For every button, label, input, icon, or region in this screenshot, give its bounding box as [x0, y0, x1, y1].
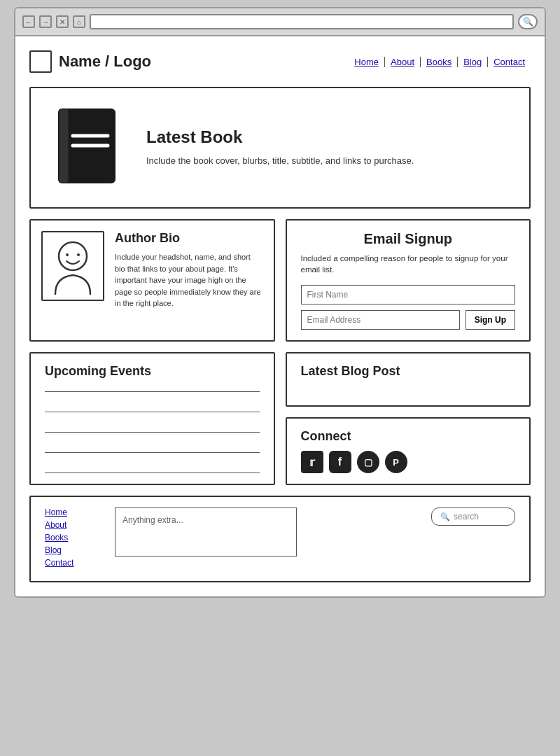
pinterest-icon[interactable]: P	[385, 451, 407, 473]
svg-rect-1	[59, 109, 69, 183]
svg-point-6	[77, 253, 80, 256]
signup-button[interactable]: Sign Up	[465, 310, 515, 330]
page-content: Name / Logo Home About Books Blog Contac…	[15, 36, 545, 596]
email-signup-box: Email Signup Included a compelling reaso…	[286, 219, 531, 342]
footer-nav-contact[interactable]: Contact	[45, 558, 101, 568]
browser-toolbar: ← → ✕ ⌂ 🔍	[15, 8, 545, 36]
footer-extra-box: Anything extra...	[115, 507, 297, 556]
home-button[interactable]: ⌂	[73, 15, 85, 28]
author-bio-text: Author Bio Include your headshot, name, …	[115, 231, 263, 330]
footer-nav-about[interactable]: About	[45, 520, 101, 530]
footer-nav-books[interactable]: Books	[45, 533, 101, 542]
hero-description: Include the book cover, blurbs, title, s…	[146, 154, 414, 168]
social-icons: 𝕣 f ▢ P	[301, 451, 516, 473]
instagram-icon[interactable]: ▢	[357, 451, 379, 473]
middle-row: Author Bio Include your headshot, name, …	[29, 219, 531, 342]
author-photo	[41, 231, 104, 301]
email-input[interactable]	[301, 310, 460, 330]
email-row: Sign Up	[301, 310, 516, 330]
site-header: Name / Logo Home About Books Blog Contac…	[29, 50, 531, 73]
footer-search-area: 🔍 search	[431, 507, 515, 526]
blog-title: Latest Blog Post	[301, 364, 516, 379]
footer-search-icon: 🔍	[440, 512, 450, 522]
first-name-input[interactable]	[301, 285, 516, 304]
forward-button[interactable]: →	[39, 15, 52, 28]
footer-nav-blog[interactable]: Blog	[45, 545, 101, 555]
event-line-4	[45, 452, 260, 453]
footer-search-placeholder: search	[454, 512, 479, 522]
book-icon	[48, 102, 125, 193]
author-bio-box: Author Bio Include your headshot, name, …	[29, 219, 275, 342]
bottom-row: Upcoming Events Latest Blog Post Connect…	[29, 352, 531, 485]
logo-text: Name / Logo	[59, 52, 151, 71]
nav-contact[interactable]: Contact	[488, 57, 531, 67]
twitter-icon[interactable]: 𝕣	[301, 451, 323, 473]
hero-section: Latest Book Include the book cover, blur…	[29, 87, 531, 209]
author-bio-description: Include your headshot, name, and short b…	[115, 251, 263, 309]
blog-connect-col: Latest Blog Post Connect 𝕣 f ▢ P	[286, 352, 531, 485]
blog-box: Latest Blog Post	[286, 352, 531, 407]
site-footer: Home About Books Blog Contact Anything e…	[29, 496, 531, 582]
back-button[interactable]: ←	[22, 15, 35, 28]
events-title: Upcoming Events	[45, 364, 260, 379]
event-line-3	[45, 432, 260, 433]
footer-search-bar[interactable]: 🔍 search	[431, 507, 515, 526]
connect-title: Connect	[301, 429, 516, 444]
nav-home[interactable]: Home	[349, 57, 385, 67]
logo-box	[29, 50, 52, 73]
email-signup-description: Included a compelling reason for people …	[301, 253, 516, 275]
hero-text: Latest Book Include the book cover, blur…	[146, 127, 414, 168]
event-line-5	[45, 472, 260, 473]
footer-extra-text: Anything extra...	[122, 515, 289, 525]
nav-about[interactable]: About	[385, 57, 421, 67]
facebook-icon[interactable]: f	[329, 451, 351, 473]
logo-area: Name / Logo	[29, 50, 151, 73]
email-signup-col: Email Signup Included a compelling reaso…	[286, 219, 531, 342]
svg-point-5	[66, 253, 69, 256]
svg-point-4	[59, 242, 87, 270]
address-bar[interactable]	[90, 14, 514, 29]
connect-box: Connect 𝕣 f ▢ P	[286, 417, 531, 485]
close-button[interactable]: ✕	[56, 15, 69, 28]
event-line-1	[45, 391, 260, 392]
author-bio-col: Author Bio Include your headshot, name, …	[29, 219, 275, 342]
nav-blog[interactable]: Blog	[458, 57, 488, 67]
footer-nav-home[interactable]: Home	[45, 507, 101, 517]
author-avatar-icon	[48, 237, 97, 296]
browser-search-button[interactable]: 🔍	[518, 14, 538, 29]
event-line-2	[45, 412, 260, 412]
events-col: Upcoming Events	[29, 352, 275, 485]
nav-books[interactable]: Books	[421, 57, 458, 67]
hero-title: Latest Book	[146, 127, 414, 147]
email-signup-title: Email Signup	[301, 231, 516, 247]
footer-nav: Home About Books Blog Contact	[45, 507, 101, 570]
main-nav: Home About Books Blog Contact	[349, 57, 531, 67]
browser-window: ← → ✕ ⌂ 🔍 Name / Logo Home About Books B…	[14, 7, 546, 598]
author-bio-title: Author Bio	[115, 231, 263, 246]
events-box: Upcoming Events	[29, 352, 275, 485]
